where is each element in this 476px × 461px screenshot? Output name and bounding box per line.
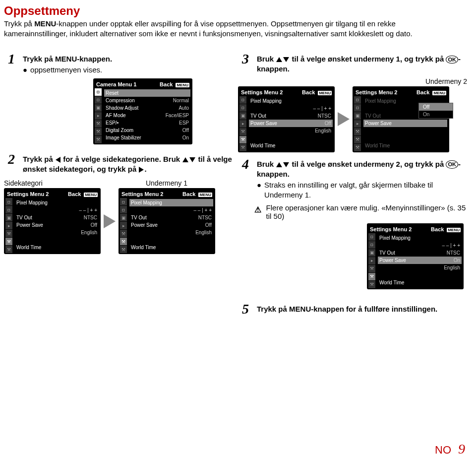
row-l: TV Out — [131, 215, 147, 220]
step-5-text-b: -knappen for å fullføre innstillingen. — [311, 305, 437, 313]
step-4: 4 Bruk til å velge ønsket undermeny 2, o… — [238, 157, 472, 200]
right-arrow-icon — [101, 214, 119, 228]
tab-icon: ▣ — [239, 112, 246, 120]
row-r: – – | + + — [442, 243, 460, 248]
row-r: English — [81, 230, 97, 235]
row-l: ESP/• — [106, 120, 119, 126]
step-4-note-text: Flere operasjoner kan være mulig. «Menyi… — [266, 203, 472, 220]
screen-settings-popup: Settings Menu 2 Back MENU ◘ ◘ ▣ ▸ ⚒ ⚒ ⚒ … — [353, 86, 449, 152]
tab-icon: ▸ — [354, 120, 361, 128]
back-label: Back — [160, 81, 173, 87]
row-l: Shadow Adjust — [106, 105, 138, 111]
menu-tag: MENU — [432, 91, 446, 95]
popup-on: On — [419, 111, 453, 118]
screen-settings-sidecat: Settings Menu 2 Back MENU ◘ ◘ ▣ ▸ ⚒ ⚒ ⚒ … — [4, 188, 101, 254]
step-5-menu: MENU — [289, 305, 311, 313]
popup-off: Off — [419, 103, 453, 111]
caution-icon: ⚠ — [253, 204, 263, 215]
row-r: ESP — [179, 120, 189, 126]
page-footer: NO 9 — [435, 441, 465, 457]
tab-icon: ⚒ — [5, 230, 12, 237]
intro-text: Trykk på MENU-knappen under opptak eller… — [4, 19, 461, 38]
row-r: NTSC — [84, 215, 97, 220]
row-l: Power Save — [16, 222, 43, 228]
row-r: Off — [91, 222, 97, 228]
row-r: Normal — [173, 98, 189, 103]
screen-camera-menu-1: Camera Menu 1 Back MENU ◘ ◘ ▣ ▸ ⚒ ⚒ ⚒ Re… — [93, 78, 192, 144]
screen-title: Settings Menu 2 — [370, 226, 412, 232]
tab-icon: ◘ — [95, 96, 102, 104]
footer-no: NO — [435, 444, 451, 457]
step-4-body: Bruk til å velge ønsket undermeny 2, og … — [257, 157, 472, 200]
row-r: Face/iESP — [166, 113, 189, 118]
intro-part1: Trykk på — [4, 19, 34, 28]
tab-icon: ⚒ — [368, 265, 375, 272]
screen-title: Settings Menu 2 — [7, 191, 49, 197]
row-l: Image Stabilizer — [106, 135, 141, 140]
row-r: Off — [325, 121, 331, 126]
menu-rows: Reset CompressionNormal Shadow AdjustAut… — [104, 89, 190, 141]
row-l: Power Save — [365, 121, 392, 126]
footer-page-number: 9 — [458, 441, 465, 457]
step-1: 1 Trykk på MENU-knappen. ● oppsettmenyen… — [4, 52, 232, 75]
tab-icon: ⚒ — [239, 136, 246, 143]
row-l: Reset — [106, 90, 119, 96]
step-4-number: 4 — [238, 157, 253, 171]
tab-icon: ◘ — [120, 206, 127, 213]
tab-column: ◘ ◘ ▣ ▸ ⚒ ⚒ ⚒ — [368, 233, 375, 289]
tab-column: ◘ ◘ ▣ ▸ ⚒ ⚒ ⚒ — [354, 96, 361, 152]
tab-icon: ◘ — [368, 241, 375, 249]
tab-icon: ⚒ — [5, 238, 12, 245]
row-r: NTSC — [198, 215, 212, 220]
menu-tag: MENU — [318, 91, 332, 95]
tab-icon: ◘ — [120, 198, 127, 205]
tab-icon: ▸ — [368, 257, 375, 264]
menu-tag: MENU — [198, 193, 212, 197]
tab-icon: ◘ — [95, 88, 102, 96]
tab-icon: ⚒ — [5, 246, 12, 253]
tab-icon: ◘ — [354, 104, 361, 112]
step-1-bullet: ● oppsettmenyen vises. — [23, 65, 232, 75]
tab-icon: ⚒ — [95, 136, 102, 143]
row-r: Off — [205, 222, 212, 228]
row-r: English — [195, 230, 212, 235]
popup-off-on: Off On — [418, 103, 453, 119]
page-title: Oppsettmeny — [4, 4, 476, 18]
step-2-body: Trykk på for å velge sidekategoriene. Br… — [23, 152, 232, 175]
screen-title: Settings Menu 2 — [241, 89, 283, 95]
tab-icon: ▣ — [95, 104, 102, 112]
row-r: NTSC — [447, 250, 460, 256]
step-3-number: 3 — [238, 52, 253, 66]
tab-icon: ⚒ — [120, 246, 127, 253]
row-r: English — [315, 128, 331, 133]
step-1-text-b: -knappen. — [77, 55, 112, 63]
step-5-text-a: Trykk på — [257, 305, 289, 313]
up-arrow-icon — [276, 162, 282, 167]
step-2-number: 2 — [4, 152, 19, 166]
tab-icon: ⚒ — [95, 120, 102, 128]
tab-icon: ◘ — [5, 206, 12, 213]
screen-title: Settings Menu 2 — [356, 89, 397, 95]
row-r: English — [444, 265, 460, 270]
screen-settings-powersave: Settings Menu 2 Back MENU ◘ ◘ ▣ ▸ ⚒ ⚒ ⚒ … — [238, 86, 335, 152]
tab-column: ◘ ◘ ▣ ▸ ⚒ ⚒ ⚒ — [95, 88, 102, 144]
tab-column: ◘ ◘ ▣ ▸ ⚒ ⚒ ⚒ — [5, 198, 12, 254]
step-4-bullet-text: Straks en innstilling er valgt, går skje… — [264, 180, 472, 200]
step-3-body: Bruk til å velge ønsket undermeny 1, og … — [257, 52, 472, 74]
tab-icon: ▣ — [354, 112, 361, 120]
row-r: – – | + + — [313, 106, 331, 111]
back-label: Back — [302, 89, 315, 95]
tab-icon: ◘ — [239, 96, 246, 104]
tab-icon: ◘ — [354, 96, 361, 104]
step-1-text-a: Trykk på — [23, 55, 55, 63]
tab-icon: ⚒ — [120, 230, 127, 237]
screen-title: Camera Menu 1 — [96, 81, 136, 87]
step-1-menu: MENU — [55, 55, 77, 63]
tab-icon: ⚒ — [239, 144, 246, 151]
row-l: World Time — [16, 245, 41, 250]
row-l: Compression — [106, 98, 135, 103]
tab-column: ◘ ◘ ▣ ▸ ⚒ ⚒ ⚒ — [239, 96, 246, 152]
screen-settings-submenu1: Settings Menu 2 Back MENU ◘ ◘ ▣ ▸ ⚒ ⚒ ⚒ … — [119, 188, 215, 254]
label-undermeny-2: Undermeny 2 — [238, 77, 467, 85]
back-label: Back — [416, 89, 429, 95]
